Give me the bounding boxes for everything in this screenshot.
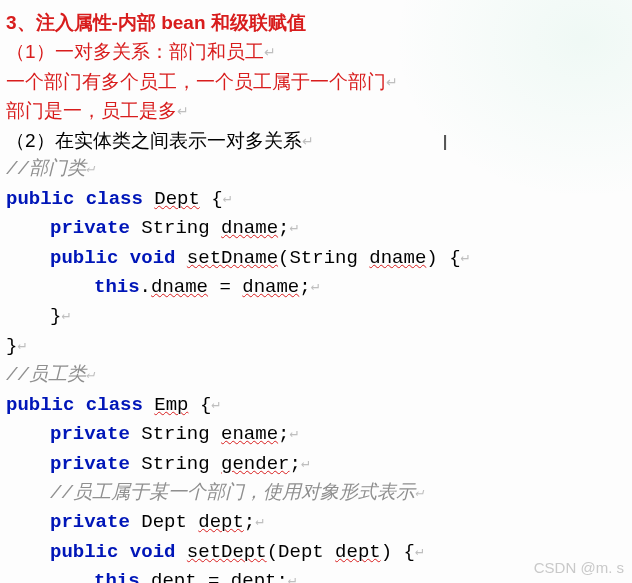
code-emp-field-ename: private String ename;↵ xyxy=(6,420,626,449)
para-mark: ↵ xyxy=(177,103,189,119)
code-emp-field-gender: private String gender;↵ xyxy=(6,450,626,479)
heading-title: 3、注入属性-内部 bean 和级联赋值 xyxy=(6,8,626,37)
text-line-1: （1）一对多关系：部门和员工↵ xyxy=(6,37,626,66)
code-brace-close: }↵ xyxy=(6,332,626,361)
code-emp-field-dept: private Dept dept;↵ xyxy=(6,508,626,537)
text-line-3: 部门是一，员工是多↵ xyxy=(6,96,626,125)
code-dept-setdname: public void setDname(String dname) {↵ xyxy=(6,244,626,273)
comment-emp-inner: //员工属于某一个部门，使用对象形式表示↵ xyxy=(6,479,626,508)
comment-emp: //员工类↵ xyxy=(6,361,626,390)
code-dept-class: public class Dept {↵ xyxy=(6,185,626,214)
text-line-2: 一个部门有多个员工，一个员工属于一个部门↵ xyxy=(6,67,626,96)
text: 一个部门有多个员工，一个员工属于一个部门 xyxy=(6,71,386,92)
para-mark: ↵ xyxy=(302,133,314,149)
text: 部门是一，员工是多 xyxy=(6,100,177,121)
text-cursor-icon: I xyxy=(442,126,448,160)
para-mark: ↵ xyxy=(86,160,94,176)
para-mark: ↵ xyxy=(264,45,276,61)
para-mark: ↵ xyxy=(386,74,398,90)
code-dept-field-dname: private String dname;↵ xyxy=(6,214,626,243)
comment-dept: //部门类↵ xyxy=(6,155,626,184)
text: 在实体类之间表示一对多关系 xyxy=(55,130,302,151)
text-line-4: （2）在实体类之间表示一对多关系↵ xyxy=(6,126,626,155)
code-dept-assign: this.dname = dname;↵ xyxy=(6,273,626,302)
code-brace-close: }↵ xyxy=(6,302,626,331)
watermark: CSDN @m. s xyxy=(534,556,624,579)
code-emp-class: public class Emp {↵ xyxy=(6,391,626,420)
text-prefix: （2） xyxy=(6,130,55,151)
para-mark: ↵ xyxy=(86,366,94,382)
text: （1）一对多关系：部门和员工 xyxy=(6,41,264,62)
